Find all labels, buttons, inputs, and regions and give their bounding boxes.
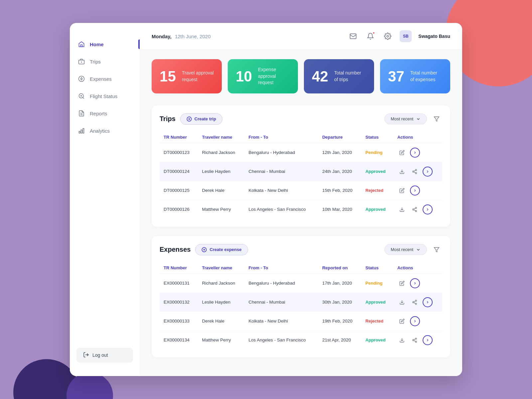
- expenses-table-header-row: TR Number Traveller name From - To Repor…: [160, 262, 442, 274]
- logout-icon: [83, 352, 89, 359]
- edit-icon[interactable]: [397, 186, 407, 195]
- cell-actions: [393, 274, 442, 293]
- expenses-section-left: Expenses Create expense: [160, 244, 248, 255]
- detail-icon[interactable]: [410, 186, 420, 196]
- expenses-col-status: Status: [361, 262, 393, 274]
- sidebar-label-flight-status: Flight Status: [90, 93, 117, 99]
- svg-point-20: [415, 169, 417, 171]
- sidebar-item-reports[interactable]: Reports: [70, 105, 140, 121]
- sidebar-item-analytics[interactable]: Analytics: [70, 123, 140, 139]
- edit-icon[interactable]: [397, 148, 407, 157]
- share-icon[interactable]: [410, 205, 419, 214]
- svg-marker-18: [434, 117, 439, 121]
- svg-rect-9: [79, 131, 80, 133]
- detail-icon[interactable]: [423, 297, 433, 307]
- detail-icon[interactable]: [423, 335, 433, 345]
- stat-number-expense: 10: [236, 69, 252, 84]
- header: Monday, 12th June, 2020: [140, 23, 462, 50]
- header-full-date: 12th June, 2020: [175, 34, 211, 39]
- cell-route: Los Angeles - San Francisco: [245, 331, 319, 349]
- cell-tr: EX00000133: [160, 312, 198, 331]
- share-icon[interactable]: [410, 335, 419, 345]
- detail-icon[interactable]: [423, 204, 433, 214]
- trips-section-left: Trips Create trip: [160, 113, 222, 125]
- svg-line-45: [414, 340, 416, 341]
- action-icons: [397, 167, 438, 177]
- sidebar: Home Trips: [70, 23, 140, 376]
- create-trip-button[interactable]: Create trip: [180, 113, 222, 125]
- share-icon[interactable]: [410, 167, 419, 176]
- settings-icon[interactable]: [382, 31, 393, 42]
- expenses-filter-button[interactable]: [431, 244, 442, 255]
- trips-sort-button[interactable]: Most recent: [384, 113, 427, 124]
- create-trip-label: Create trip: [195, 116, 216, 121]
- expenses-col-route: From - To: [245, 262, 319, 274]
- status-badge: Approved: [365, 169, 386, 174]
- svg-rect-11: [83, 128, 84, 133]
- expenses-section: Expenses Create expense Most r: [152, 236, 450, 357]
- status-badge: Rejected: [365, 188, 383, 193]
- cell-date: 12th Jan, 2020: [318, 143, 361, 162]
- sidebar-item-flight-status[interactable]: Flight Status: [70, 88, 140, 104]
- stat-card-travel-approval: 15 Travel approvalrequest: [152, 59, 222, 93]
- cell-tr: DT00000126: [160, 200, 198, 219]
- sidebar-label-home: Home: [90, 42, 104, 47]
- cell-tr: EX00000131: [160, 274, 198, 293]
- cell-name: Leslie Hayden: [198, 162, 244, 181]
- analytics-icon: [78, 127, 85, 134]
- cell-actions: [393, 162, 442, 181]
- cell-actions: [393, 143, 442, 162]
- edit-icon[interactable]: [397, 279, 407, 288]
- cell-status: Rejected: [361, 312, 393, 331]
- svg-rect-0: [81, 45, 82, 47]
- cell-actions: [393, 200, 442, 219]
- sidebar-item-home[interactable]: Home: [70, 36, 140, 52]
- expenses-section-right: Most recent: [384, 244, 442, 255]
- detail-icon[interactable]: [423, 167, 433, 177]
- avatar[interactable]: SB: [400, 30, 412, 42]
- logout-button[interactable]: Log out: [76, 348, 133, 363]
- cell-tr: DT00000123: [160, 143, 198, 162]
- status-badge: Pending: [365, 281, 382, 286]
- notification-icon[interactable]: [365, 31, 376, 42]
- trips-filter-button[interactable]: [431, 113, 442, 125]
- filter-icon-2: [434, 247, 440, 253]
- mail-icon[interactable]: [348, 31, 358, 42]
- expenses-sort-button[interactable]: Most recent: [384, 244, 427, 255]
- expenses-title: Expenses: [160, 246, 191, 253]
- create-expense-button[interactable]: Create expense: [195, 244, 248, 255]
- cell-name: Derek Hale: [198, 181, 244, 200]
- trips-icon: [78, 58, 85, 65]
- cell-status: Rejected: [361, 181, 393, 200]
- sidebar-item-expenses[interactable]: Expenses: [70, 71, 140, 87]
- flight-icon: [78, 92, 85, 100]
- download-icon[interactable]: [397, 335, 407, 345]
- cell-route: Chennai - Mumbai: [245, 293, 319, 312]
- download-icon[interactable]: [397, 167, 407, 176]
- cell-name: Richard Jackson: [198, 274, 245, 293]
- stats-row: 15 Travel approvalrequest 10 Expense app…: [152, 59, 450, 93]
- share-icon[interactable]: [410, 298, 419, 307]
- expenses-col-tr: TR Number: [160, 262, 198, 274]
- svg-point-26: [415, 207, 417, 208]
- svg-rect-13: [350, 34, 356, 39]
- cell-status: Approved: [361, 331, 393, 349]
- table-row: DT00000125 Derek Hale Kolkata - New Delh…: [160, 181, 442, 200]
- sidebar-item-trips[interactable]: Trips: [70, 54, 140, 69]
- svg-point-27: [413, 209, 414, 210]
- edit-icon[interactable]: [397, 317, 407, 326]
- svg-line-39: [414, 303, 416, 304]
- cell-tr: EX00000134: [160, 331, 198, 349]
- cell-date: 21st Apr, 2020: [318, 331, 361, 349]
- plus-circle-icon-2: [201, 247, 207, 252]
- svg-point-44: [415, 341, 417, 342]
- cell-date: 15th Feb, 2020: [318, 181, 361, 200]
- detail-icon[interactable]: [410, 316, 420, 326]
- detail-icon[interactable]: [410, 278, 420, 288]
- download-icon[interactable]: [397, 205, 407, 214]
- cell-route: Bengaluru - Hyderabad: [245, 274, 319, 293]
- detail-icon[interactable]: [410, 148, 420, 158]
- svg-line-24: [414, 170, 416, 171]
- download-icon[interactable]: [397, 298, 407, 307]
- svg-line-30: [414, 208, 416, 209]
